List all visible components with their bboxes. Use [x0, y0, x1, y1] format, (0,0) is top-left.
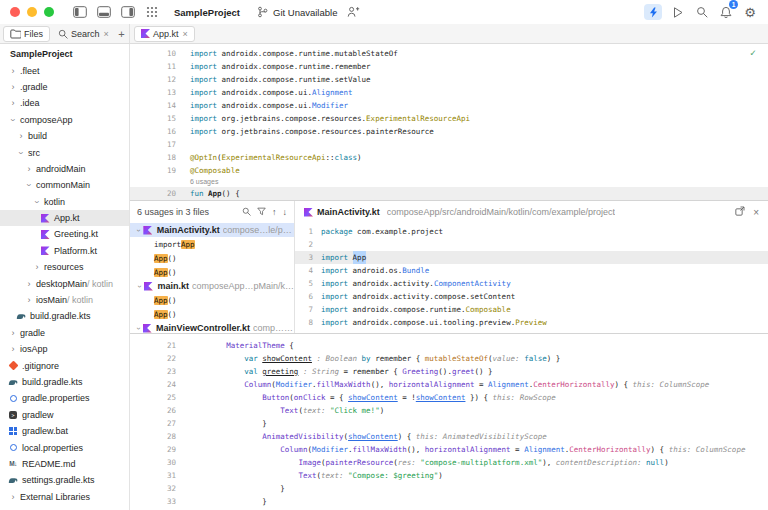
code-line-11[interactable]: 11import androidx.compose.runtime.rememb… — [130, 60, 768, 73]
editor-app-kt[interactable]: ✓ 10import androidx.compose.runtime.muta… — [130, 44, 768, 200]
tree-item-iosapp[interactable]: ›iosApp — [0, 341, 129, 357]
usage-row[interactable]: App() — [130, 251, 294, 265]
code-line-2[interactable]: 2 — [295, 238, 768, 251]
run-button[interactable] — [670, 4, 686, 20]
git-status[interactable]: Git Unavailable — [254, 4, 337, 20]
code-line-16[interactable]: 16import org.jetbrains.compose.resources… — [130, 125, 768, 138]
tree-item-kotlin[interactable]: ›kotlin — [0, 194, 129, 210]
close-app-kt-tab-icon[interactable]: × — [183, 29, 188, 39]
chevron-down-icon[interactable]: › — [16, 148, 26, 158]
tree-item-readme-md[interactable]: M↓README.md — [0, 456, 129, 472]
code-line-19[interactable]: 19@Composable — [130, 164, 768, 177]
code-line-3[interactable]: 3import App — [295, 251, 768, 264]
chevron-right-icon[interactable]: › — [8, 344, 18, 354]
usages-filter-icon[interactable] — [257, 207, 266, 218]
code-line-10[interactable]: 10import androidx.compose.runtime.mutabl… — [130, 47, 768, 60]
notifications-button[interactable]: 1 — [718, 4, 734, 20]
close-search-tab-icon[interactable]: × — [104, 29, 109, 39]
tree-item-gradlew-bat[interactable]: gradlew.bat — [0, 423, 129, 439]
chevron-right-icon[interactable]: › — [24, 279, 34, 289]
tree-item-gradlew[interactable]: >gradlew — [0, 407, 129, 423]
code-line-12[interactable]: 12import androidx.compose.runtime.setVal… — [130, 73, 768, 86]
tree-item-app-kt[interactable]: App.kt — [0, 210, 129, 226]
code-line-23[interactable]: 23 val greeting : String = remember { Gr… — [130, 365, 768, 378]
code-line-20[interactable]: 20fun App() { — [130, 187, 768, 200]
code-line-17[interactable]: 17 — [130, 138, 768, 151]
settings-gear-icon[interactable]: ⚙ — [742, 4, 758, 20]
open-in-editor-icon[interactable] — [735, 206, 745, 218]
layout-grid-icon[interactable] — [144, 4, 160, 20]
tree-item-settings-gradle-kts[interactable]: settings.gradle.kts — [0, 472, 129, 488]
chevron-down-icon[interactable]: › — [8, 115, 18, 125]
tree-item-external-libraries[interactable]: ›External Libraries — [0, 489, 129, 505]
tree-item-build-gradle-kts[interactable]: build.gradle.kts — [0, 374, 129, 390]
code-line-28[interactable]: 28 AnimatedVisibility(showContent) { thi… — [130, 430, 768, 443]
code-line-1[interactable]: 1package com.example.project — [295, 225, 768, 238]
chevron-right-icon[interactable]: › — [24, 295, 34, 305]
usage-row[interactable]: App() — [130, 293, 294, 307]
tab-app-kt[interactable]: App.kt × — [134, 26, 195, 42]
tree-item-composeapp[interactable]: ›composeApp — [0, 112, 129, 128]
tree-item-platform-kt[interactable]: Platform.kt — [0, 243, 129, 259]
usages-prev-icon[interactable]: ↑ — [272, 207, 277, 217]
code-line-31[interactable]: 31 Text(text: "Compose: $greeting") — [130, 469, 768, 482]
chevron-down-icon[interactable]: › — [134, 226, 143, 234]
tree-item-commonmain[interactable]: ›commonMain — [0, 177, 129, 193]
tree-item-desktopmain[interactable]: ›desktopMain / kotlin — [0, 275, 129, 291]
tree-item-build-gradle-kts[interactable]: build.gradle.kts — [0, 308, 129, 324]
tree-item-idea[interactable]: ›.idea — [0, 95, 129, 111]
tree-item-resources[interactable]: ›resources — [0, 259, 129, 275]
editor-app-kt-continued[interactable]: 21 MaterialTheme {22 var showContent : B… — [130, 334, 768, 510]
usage-file-row-mainviewcontroller-kt[interactable]: ›MainViewController.ktcomp…kotlin — [130, 321, 294, 333]
toggle-bottom-panel-icon[interactable] — [96, 4, 112, 20]
code-line-32[interactable]: 32 } — [130, 482, 768, 495]
tree-item-iosmain[interactable]: ›iosMain / kotlin — [0, 292, 129, 308]
tree-item-src[interactable]: ›src — [0, 144, 129, 160]
chevron-right-icon[interactable]: › — [8, 82, 18, 92]
usage-file-row-mainactivity-kt[interactable]: ›MainActivity.ktcompose…le/project — [130, 223, 294, 237]
tree-item-fleet[interactable]: ›.fleet — [0, 62, 129, 78]
maximize-window-button[interactable] — [44, 7, 54, 17]
search-icon[interactable] — [694, 4, 710, 20]
close-preview-icon[interactable]: × — [753, 207, 759, 218]
tree-item-local-properties[interactable]: local.properties — [0, 439, 129, 455]
chevron-right-icon[interactable]: › — [24, 164, 34, 174]
chevron-right-icon[interactable]: › — [8, 328, 18, 338]
code-line-25[interactable]: 25 Button(onClick = { showContent = !sho… — [130, 391, 768, 404]
code-line-14[interactable]: 14import androidx.compose.ui.Modifier — [130, 99, 768, 112]
chevron-right-icon[interactable]: › — [16, 131, 26, 141]
project-name[interactable]: SampleProject — [174, 7, 240, 18]
code-line-8[interactable]: 8import androidx.compose.ui.tooling.prev… — [295, 316, 768, 329]
chevron-right-icon[interactable]: › — [8, 98, 18, 108]
chevron-right-icon[interactable]: › — [8, 66, 18, 76]
usage-row[interactable]: import App — [130, 237, 294, 251]
chevron-down-icon[interactable]: › — [135, 282, 144, 290]
code-line-30[interactable]: 30 Image(painterResource(res: "compose-m… — [130, 456, 768, 469]
minimize-window-button[interactable] — [27, 7, 37, 17]
ai-assistant-button[interactable] — [644, 4, 662, 20]
preview-code[interactable]: 1package com.example.project23import App… — [295, 223, 768, 333]
code-line-22[interactable]: 22 var showContent : Boolean by remember… — [130, 352, 768, 365]
code-line-5[interactable]: 5import androidx.activity.ComponentActiv… — [295, 277, 768, 290]
code-line-4[interactable]: 4import android.os.Bundle — [295, 264, 768, 277]
code-line-29[interactable]: 29 Column(Modifier.fillMaxWidth(), horiz… — [130, 443, 768, 456]
chevron-down-icon[interactable]: › — [32, 197, 42, 207]
code-line-26[interactable]: 26 Text(text: "Click me!") — [130, 404, 768, 417]
code-line-6[interactable]: 6import androidx.activity.compose.setCon… — [295, 290, 768, 303]
code-line-27[interactable]: 27 } — [130, 417, 768, 430]
toggle-left-panel-icon[interactable] — [72, 4, 88, 20]
toggle-right-panel-icon[interactable] — [120, 4, 136, 20]
add-collaborator-icon[interactable] — [345, 4, 361, 20]
code-line-7[interactable]: 7import androidx.compose.runtime.Composa… — [295, 303, 768, 316]
tree-item-gradle[interactable]: ›.gradle — [0, 79, 129, 95]
usage-file-row-main-kt[interactable]: ›main.ktcomposeApp…pMain/kotlin — [130, 279, 294, 293]
code-line-13[interactable]: 13import androidx.compose.ui.Alignment — [130, 86, 768, 99]
usages-next-icon[interactable]: ↓ — [283, 207, 288, 217]
code-line-15[interactable]: 15import org.jetbrains.compose.resources… — [130, 112, 768, 125]
tree-item-gitignore[interactable]: .gitignore — [0, 357, 129, 373]
new-tab-button[interactable]: + — [117, 27, 126, 41]
code-line-24[interactable]: 24 Column(Modifier.fillMaxWidth(), horiz… — [130, 378, 768, 391]
chevron-right-icon[interactable]: › — [32, 262, 42, 272]
usages-search-icon[interactable] — [242, 207, 251, 218]
tree-item-greeting-kt[interactable]: Greeting.kt — [0, 226, 129, 242]
